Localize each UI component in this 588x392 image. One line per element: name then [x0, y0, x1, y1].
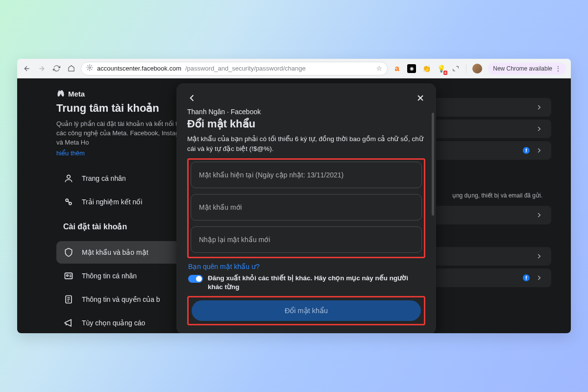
forgot-password-link[interactable]: Bạn quên mật khẩu ư?: [187, 263, 260, 270]
meta-brand-text: Meta: [68, 90, 85, 98]
input-placeholder: Nhập lại mật khẩu mới: [199, 236, 270, 244]
chrome-update-label: New Chrome available: [493, 65, 552, 72]
new-password-input[interactable]: Mật khẩu mới: [191, 194, 422, 220]
sidebar-item-info-permissions[interactable]: Thông tin và quyền của b: [56, 288, 194, 311]
modal-description: Mật khẩu của bạn phải có tối thiểu 6 ký …: [187, 134, 425, 153]
sidebar-item-connected[interactable]: Trải nghiệm kết nối: [56, 191, 194, 213]
modal-back-button[interactable]: [185, 91, 199, 105]
change-password-button[interactable]: Đổi mật khẩu: [192, 300, 421, 321]
extension-icon-clap[interactable]: 👏: [422, 64, 431, 73]
chevron-right-icon: [536, 104, 542, 111]
sidebar-item-ad-prefs[interactable]: Tùy chọn quảng cáo: [56, 312, 194, 333]
shield-icon: [63, 247, 74, 258]
facebook-mini-icon: f: [523, 147, 530, 154]
kebab-icon: ⋮: [555, 65, 561, 72]
sidebar-item-label: Mật khẩu và bảo mật: [82, 248, 148, 256]
chrome-update-button[interactable]: New Chrome available ⋮: [488, 63, 566, 74]
chevron-right-icon: [536, 147, 542, 154]
page-content: Meta Trung tâm tài khoản Quản lý phần cà…: [17, 78, 571, 333]
modal-close-button[interactable]: [414, 91, 427, 105]
menu-separator: [466, 64, 466, 73]
logout-toggle[interactable]: [188, 275, 203, 283]
sidebar-title: Trung tâm tài khoản: [56, 102, 194, 115]
change-password-modal: Thanh Ngân · Facebook Đổi mật khẩu Mật k…: [176, 83, 436, 333]
input-placeholder: Mật khẩu mới: [199, 203, 242, 211]
person-icon: [63, 173, 74, 184]
modal-scrollbar[interactable]: [432, 113, 434, 216]
modal-breadcrumb: Thanh Ngân · Facebook: [187, 108, 425, 116]
svg-point-5: [67, 274, 68, 276]
home-button[interactable]: [66, 64, 76, 74]
learn-more-link[interactable]: hiểu thêm: [56, 149, 85, 157]
extension-icons: a ◉ 👏 💡4 New Chrome available ⋮: [392, 63, 566, 74]
extension-icon-bulb[interactable]: 💡4: [437, 64, 445, 73]
sidebar-item-profile[interactable]: Trang cá nhân: [56, 167, 194, 190]
sidebar-description: Quản lý phần cài đặt tài khoản và kết nố…: [56, 120, 194, 147]
site-settings-icon: [86, 64, 93, 73]
svg-point-1: [67, 175, 71, 178]
extension-icon-a[interactable]: a: [392, 64, 401, 73]
sidebar-item-password-security[interactable]: Mật khẩu và bảo mật: [56, 241, 194, 264]
modal-title: Đổi mật khẩu: [187, 118, 425, 130]
sidebar-section-header: Cài đặt tài khoản: [63, 222, 194, 231]
chevron-right-icon: [536, 125, 542, 132]
meta-icon: [56, 89, 65, 98]
megaphone-icon: [63, 318, 74, 328]
svg-point-0: [89, 67, 91, 69]
url-path: /password_and_security/password/change: [185, 65, 306, 72]
url-host: accountscenter.facebook.com: [97, 65, 181, 72]
profile-avatar-icon[interactable]: [472, 64, 482, 74]
facebook-mini-icon: f: [523, 274, 530, 281]
sidebar-item-label: Trải nghiệm kết nối: [82, 198, 142, 206]
reload-button[interactable]: [51, 64, 61, 74]
sidebar-item-label: Thông tin cá nhân: [82, 272, 137, 280]
meta-logo: Meta: [56, 89, 194, 98]
submit-highlight: Đổi mật khẩu: [187, 296, 425, 325]
browser-window: accountscenter.facebook.com/password_and…: [17, 59, 571, 333]
chevron-right-icon: [536, 253, 542, 260]
submit-button-label: Đổi mật khẩu: [285, 307, 328, 315]
extensions-puzzle-icon[interactable]: [451, 64, 460, 73]
chevron-right-icon: [536, 212, 542, 219]
logout-other-devices-option[interactable]: Đăng xuất khỏi các thiết bị khác. Hãy ch…: [187, 271, 425, 294]
url-bar[interactable]: accountscenter.facebook.com/password_and…: [81, 62, 388, 75]
browser-toolbar: accountscenter.facebook.com/password_and…: [17, 59, 571, 78]
sidebar-item-label: Thông tin và quyền của b: [82, 295, 160, 303]
logout-text: Đăng xuất khỏi các thiết bị khác. Hãy ch…: [208, 274, 424, 292]
connect-icon: [63, 196, 74, 207]
back-button[interactable]: [22, 64, 32, 74]
chevron-right-icon: [536, 274, 542, 281]
sidebar-item-personal-info[interactable]: Thông tin cá nhân: [56, 265, 194, 287]
password-inputs-highlight: Mật khẩu hiện tại (Ngày cập nhật: 13/11/…: [187, 158, 425, 258]
forward-button[interactable]: [37, 64, 47, 74]
input-placeholder: Mật khẩu hiện tại (Ngày cập nhật: 13/11/…: [199, 171, 343, 179]
id-card-icon: [63, 270, 74, 281]
bookmark-icon[interactable]: ☆: [376, 65, 382, 72]
extension-icon-box[interactable]: ◉: [407, 64, 416, 73]
sidebar-item-label: Trang cá nhân: [82, 174, 126, 182]
sidebar-item-label: Tùy chọn quảng cáo: [82, 319, 145, 327]
svg-rect-4: [65, 273, 73, 279]
current-password-input[interactable]: Mật khẩu hiện tại (Ngày cập nhật: 13/11/…: [191, 162, 422, 188]
document-icon: [63, 294, 74, 305]
repeat-password-input[interactable]: Nhập lại mật khẩu mới: [191, 226, 422, 253]
